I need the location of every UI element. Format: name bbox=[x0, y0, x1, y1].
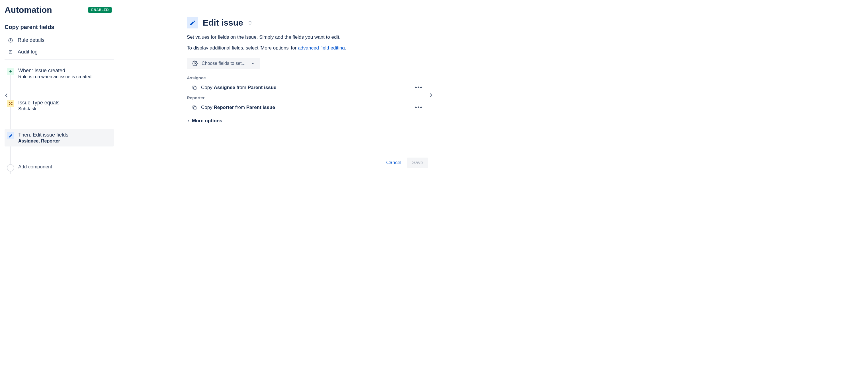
step-action[interactable]: Then: Edit issue fields Assignee, Report… bbox=[5, 129, 114, 146]
plus-icon bbox=[7, 68, 14, 75]
log-icon bbox=[8, 49, 13, 55]
cancel-button[interactable]: Cancel bbox=[386, 160, 401, 166]
choose-fields-label: Choose fields to set... bbox=[202, 61, 246, 66]
advanced-field-editing-link[interactable]: advanced field editing bbox=[298, 45, 345, 50]
step-add-component[interactable]: Add component bbox=[5, 161, 114, 174]
choose-fields-dropdown[interactable]: Choose fields to set... bbox=[187, 58, 260, 69]
status-badge: ENABLED bbox=[88, 7, 112, 13]
add-circle-icon bbox=[7, 164, 14, 172]
step-subtitle: Sub-task bbox=[18, 106, 60, 111]
chevron-down-icon bbox=[251, 62, 255, 65]
field-label-reporter: Reporter bbox=[187, 95, 423, 100]
svg-point-9 bbox=[194, 63, 196, 64]
gear-icon bbox=[192, 61, 198, 66]
rule-name: Copy parent fields bbox=[5, 24, 114, 30]
prev-arrow-icon[interactable] bbox=[4, 91, 9, 100]
chevron-right-icon bbox=[187, 119, 190, 123]
page-title: Automation bbox=[5, 5, 52, 15]
step-fields: Assignee, Reporter bbox=[18, 139, 68, 144]
field-action-text: Copy Reporter from Parent issue bbox=[201, 105, 275, 110]
nav-audit-log[interactable]: Audit log bbox=[5, 46, 114, 58]
step-title: When: Issue created bbox=[18, 68, 93, 74]
add-label: Add component bbox=[18, 164, 52, 170]
nav-label: Audit log bbox=[18, 49, 38, 55]
flow-line bbox=[10, 68, 11, 174]
field-row-reporter: Copy Reporter from Parent issue ••• bbox=[187, 102, 423, 115]
trash-icon[interactable] bbox=[248, 20, 252, 25]
pencil-icon bbox=[7, 132, 14, 139]
shuffle-icon bbox=[7, 100, 14, 107]
svg-rect-10 bbox=[194, 87, 196, 89]
step-subtitle: Rule is run when an issue is created. bbox=[18, 74, 93, 79]
more-actions-icon[interactable]: ••• bbox=[415, 84, 423, 91]
info-icon bbox=[8, 38, 13, 43]
panel-description-2: To display additional fields, select 'Mo… bbox=[187, 44, 423, 52]
step-title: Then: Edit issue fields bbox=[18, 132, 68, 138]
more-actions-icon[interactable]: ••• bbox=[415, 104, 423, 111]
step-condition[interactable]: Issue Type equals Sub-task bbox=[5, 97, 114, 114]
field-row-assignee: Copy Assignee from Parent issue ••• bbox=[187, 82, 423, 95]
copy-icon bbox=[192, 85, 197, 90]
svg-rect-11 bbox=[194, 107, 196, 109]
panel-title: Edit issue bbox=[203, 18, 243, 28]
nav-rule-details[interactable]: Rule details bbox=[5, 34, 114, 46]
field-label-assignee: Assignee bbox=[187, 75, 423, 80]
next-arrow-icon[interactable] bbox=[428, 91, 433, 100]
save-button[interactable]: Save bbox=[407, 158, 428, 168]
copy-icon bbox=[192, 105, 197, 110]
panel-description-1: Set values for fields on the issue. Simp… bbox=[187, 34, 423, 41]
more-options-label: More options bbox=[192, 118, 222, 124]
nav-label: Rule details bbox=[18, 37, 44, 43]
more-options-toggle[interactable]: More options bbox=[187, 118, 423, 124]
step-title: Issue Type equals bbox=[18, 100, 60, 106]
pencil-icon bbox=[187, 17, 198, 29]
step-trigger[interactable]: When: Issue created Rule is run when an … bbox=[5, 65, 114, 82]
field-action-text: Copy Assignee from Parent issue bbox=[201, 85, 277, 91]
